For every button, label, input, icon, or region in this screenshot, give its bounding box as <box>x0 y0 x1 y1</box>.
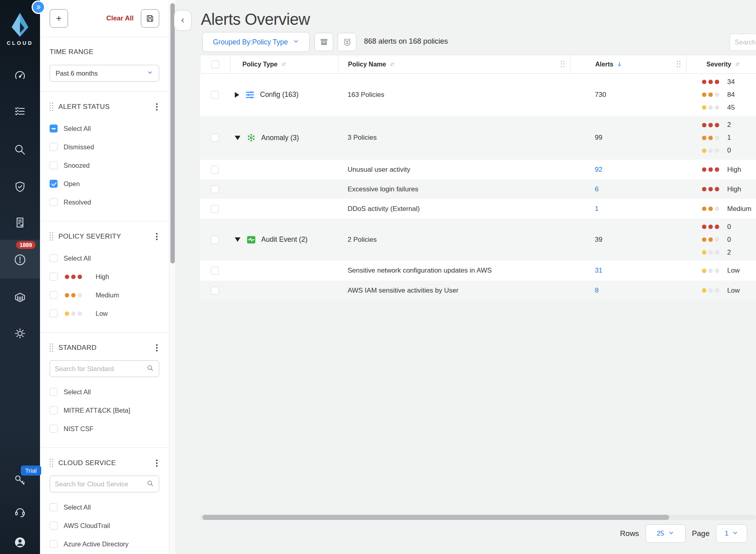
alerts-count-link[interactable]: 31 <box>595 267 602 274</box>
table-row-policy[interactable]: Sensitive network configuration updates … <box>200 261 756 281</box>
sidebar-item-profile[interactable] <box>0 530 40 554</box>
column-severity[interactable]: Severity <box>686 55 756 73</box>
row-checkbox[interactable] <box>211 236 219 244</box>
column-alerts[interactable]: Alerts <box>570 55 686 73</box>
save-filter-button[interactable] <box>141 9 159 28</box>
table-row-policy[interactable]: DDoS activity (External) 1 Medium <box>200 199 756 219</box>
cloud-service-search-input[interactable] <box>55 480 146 488</box>
filter-option-medium[interactable]: Medium <box>50 286 159 304</box>
table-row-group-config[interactable]: Config (163) 163 Policies 730 34 84 45 <box>200 74 756 116</box>
table-row-policy[interactable]: AWS IAM sensitive activities by User 8 L… <box>200 281 756 300</box>
checkbox[interactable] <box>50 254 58 262</box>
sidebar-expand-button[interactable] <box>32 0 45 14</box>
checkbox[interactable] <box>50 503 58 511</box>
checkbox[interactable] <box>50 198 58 206</box>
filter-option[interactable]: Snoozed <box>50 156 159 175</box>
sidebar-item-dashboard[interactable] <box>0 63 40 88</box>
section-menu-icon[interactable] <box>154 343 159 352</box>
rows-per-page-select[interactable]: 25 <box>646 524 686 543</box>
sidebar-item-alerts[interactable] <box>0 247 40 273</box>
select-all-rows-checkbox[interactable] <box>211 60 219 68</box>
horizontal-scrollbar[interactable] <box>200 515 756 520</box>
scrollbar-thumb[interactable] <box>202 515 669 520</box>
filter-option[interactable]: Select All <box>50 383 159 401</box>
standard-search-input[interactable] <box>55 365 146 373</box>
scrollbar-thumb[interactable] <box>170 3 175 263</box>
checkbox[interactable] <box>50 522 58 530</box>
filter-option[interactable]: AWS CloudTrail <box>50 516 159 535</box>
row-checkbox[interactable] <box>211 287 219 295</box>
section-menu-icon[interactable] <box>154 102 159 111</box>
row-checkbox[interactable] <box>211 91 219 99</box>
checkbox[interactable] <box>50 309 58 317</box>
filter-option[interactable]: NIST CSF <box>50 420 159 438</box>
sidebar-item-support[interactable] <box>0 499 40 524</box>
row-checkbox[interactable] <box>211 134 219 142</box>
drag-handle-icon[interactable] <box>50 343 54 352</box>
time-range-select[interactable]: Past 6 months <box>50 65 159 82</box>
alerts-count-link[interactable]: 8 <box>595 287 598 294</box>
filter-option[interactable]: Dismissed <box>50 138 159 156</box>
filter-option[interactable]: Azure Active Directory <box>50 535 159 553</box>
sidebar-item-investigate[interactable] <box>0 137 40 163</box>
section-menu-icon[interactable] <box>154 459 159 468</box>
collapse-row-icon[interactable] <box>235 136 240 140</box>
table-row-policy[interactable]: Unusual user activity 92 High <box>200 160 756 179</box>
column-drag-handle-icon[interactable] <box>677 61 682 68</box>
checkbox[interactable] <box>50 540 58 548</box>
sort-descending-icon[interactable] <box>616 61 622 67</box>
sort-icon[interactable] <box>734 61 740 67</box>
sort-icon[interactable] <box>281 61 287 67</box>
row-checkbox[interactable] <box>211 166 219 174</box>
checkbox-indeterminate[interactable] <box>50 124 58 132</box>
drag-handle-icon[interactable] <box>50 459 54 468</box>
table-row-policy[interactable]: Excessive login failures 6 High <box>200 179 756 199</box>
checkbox[interactable] <box>50 388 58 396</box>
checkbox[interactable] <box>50 406 58 414</box>
column-policy-type[interactable]: Policy Type <box>230 55 338 73</box>
archive-alerts-button[interactable] <box>314 33 333 51</box>
checkbox[interactable] <box>50 425 58 433</box>
row-checkbox[interactable] <box>211 185 219 193</box>
filter-option[interactable]: MITRE ATT&CK [Beta] <box>50 401 159 420</box>
drag-handle-icon[interactable] <box>50 232 54 241</box>
grouped-by-dropdown[interactable]: Grouped By:Policy Type <box>202 32 310 52</box>
filter-option[interactable]: Select All <box>50 119 159 138</box>
checkbox-checked[interactable] <box>50 180 58 188</box>
snooze-alerts-button[interactable] <box>338 33 356 51</box>
sidebar-item-policies[interactable] <box>0 210 40 235</box>
table-row-group-audit-event[interactable]: Audit Event (2) 2 Policies 39 0 0 2 <box>200 219 756 261</box>
sidebar-item-compliance[interactable] <box>0 174 40 200</box>
section-menu-icon[interactable] <box>154 232 159 241</box>
sort-icon[interactable] <box>389 61 395 67</box>
filter-option-low[interactable]: Low <box>50 304 159 323</box>
checkbox[interactable] <box>50 143 58 151</box>
table-search-input[interactable] <box>735 38 756 46</box>
table-row-group-anomaly[interactable]: Anomaly (3) 3 Policies 99 2 1 0 <box>200 116 756 160</box>
sidebar-item-compute[interactable] <box>0 285 40 310</box>
checkbox[interactable] <box>50 291 58 299</box>
row-checkbox[interactable] <box>211 205 219 213</box>
filter-option[interactable]: Select All <box>50 498 159 516</box>
sidebar-item-inventory[interactable] <box>0 98 40 124</box>
filter-option-high[interactable]: High <box>50 267 159 286</box>
alerts-count-link[interactable]: 92 <box>595 166 602 173</box>
drag-handle-icon[interactable] <box>50 102 54 111</box>
add-filter-button[interactable]: + <box>50 9 68 28</box>
collapse-panel-button[interactable] <box>174 10 192 31</box>
checkbox[interactable] <box>50 273 58 281</box>
checkbox[interactable] <box>50 161 58 169</box>
filter-option[interactable]: Resolved <box>50 193 159 211</box>
filter-option[interactable]: Open <box>50 175 159 193</box>
alerts-count-link[interactable]: 1 <box>595 205 598 213</box>
row-checkbox[interactable] <box>211 267 219 275</box>
sidebar-item-settings[interactable] <box>0 321 40 346</box>
clear-all-button[interactable]: Clear All <box>106 14 134 22</box>
column-drag-handle-icon[interactable] <box>561 61 566 68</box>
column-policy-name[interactable]: Policy Name <box>338 55 570 73</box>
collapse-row-icon[interactable] <box>235 237 240 242</box>
expand-row-icon[interactable] <box>235 92 239 98</box>
alerts-count-link[interactable]: 6 <box>595 185 598 193</box>
filter-option[interactable]: Select All <box>50 249 159 267</box>
panel-scrollbar[interactable] <box>169 0 176 554</box>
